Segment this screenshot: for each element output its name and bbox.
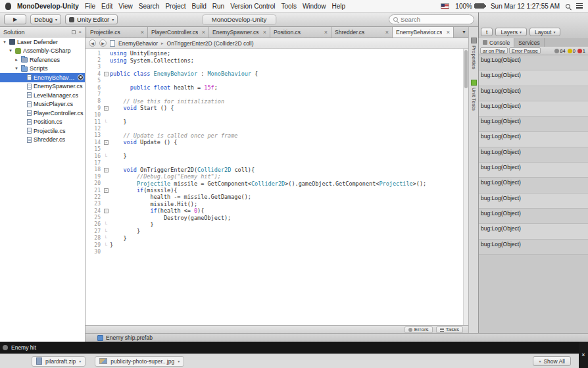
pad-close-icon[interactable]: × [78,29,82,35]
fold-toggle-icon[interactable]: - [104,140,109,145]
fold-toggle-icon[interactable]: - [104,209,109,213]
tree-item-scripts[interactable]: ▾Scripts [0,65,85,74]
show-all-button[interactable]: ▾ Show All [533,356,571,366]
download-chip-pilardraft-zip[interactable]: pilardraft.zip▾ [32,356,86,367]
console-tab-console[interactable]: Console [479,38,514,47]
editor-tab-enemyspawner-cs[interactable]: EnemySpawner.cs× [209,27,270,38]
unity-asset-bar[interactable]: Enemy ship.prefab [86,333,588,342]
console-log-entry[interactable]: bug:Log(Object) [479,163,588,178]
console-log-entry[interactable]: bug:Log(Object) [479,117,588,132]
toolbar-search-field[interactable] [389,14,474,24]
spotlight-search-icon[interactable] [566,4,570,9]
tree-item-position-cs[interactable]: Position.cs [0,118,85,127]
disclosure-icon[interactable]: ▾ [2,39,7,45]
pad-tab-unit-tests[interactable]: Unit Tests [471,80,477,111]
editor-tab-enemybehavior-cs[interactable]: EnemyBehavior.cs× [393,27,454,38]
tree-item-projectile-cs[interactable]: Projectile.cs [0,126,85,136]
console-log-entry[interactable]: bug:Log(Object) [479,209,588,224]
vertical-scrollbar[interactable] [463,49,468,325]
disclosure-icon[interactable]: ▾ [8,48,13,53]
console-log-entry[interactable]: bug:Log(Object) [479,240,588,255]
menu-item-search[interactable]: Search [139,3,160,10]
configuration-selector[interactable]: Debug ▾ [30,14,61,24]
run-target-selector[interactable]: Unity Editor ▾ [65,14,118,24]
editor-tab-position-cs[interactable]: Position.cs× [270,27,331,38]
menu-item-window[interactable]: Window [303,3,326,10]
navigate-back-icon[interactable]: ◀ [89,39,96,47]
tab-close-icon[interactable]: × [447,29,450,36]
tree-item-assembly-csharp[interactable]: ▾Assembly-CSharp [0,47,85,56]
menu-item-run[interactable]: Run [212,3,224,10]
navigate-forward-icon[interactable]: ▶ [99,39,107,47]
chevron-down-icon[interactable]: ▾ [178,359,180,363]
console-log-entry[interactable]: bug:Log(Object) [479,86,588,101]
menu-item-tools[interactable]: Tools [282,3,297,10]
fold-toggle-icon[interactable]: - [104,106,109,111]
menu-item-view[interactable]: View [118,3,133,10]
download-chip-publicity-photo-super-jpg[interactable]: publicity-photo-super...jpg▾ [95,356,184,367]
menu-clock[interactable]: Sun Mar 12 1:27:55 AM [491,3,560,10]
console-log-entry[interactable]: bug:Log(Object) [479,55,588,70]
disclosure-icon[interactable]: ▾ [14,66,19,71]
console-count-log[interactable]: 84 [554,48,565,54]
scrollbar-thumb[interactable] [464,50,468,88]
unity-button-t[interactable]: t [481,28,493,36]
menu-item-help[interactable]: Help [331,3,345,10]
tab-close-icon[interactable]: × [324,29,328,36]
menu-item-version-control[interactable]: Version Control [230,3,275,10]
console-log-entry[interactable]: bug:Log(Object) [479,147,588,163]
console-log-entry[interactable]: bug:Log(Object) [479,194,588,209]
input-language-flag-icon[interactable] [441,3,449,9]
unity-button-layers[interactable]: Layers▾ [495,28,527,36]
menu-item-edit[interactable]: Edit [101,3,112,10]
console-log-entry[interactable]: bug:Log(Object) [479,70,588,86]
tree-item-references[interactable]: ▸References [0,55,85,65]
console-log-entry[interactable]: bug:Log(Object) [479,224,588,239]
console-count-warn[interactable]: 0 [568,48,576,54]
menu-app-name[interactable]: MonoDevelop-Unity [17,3,79,10]
tree-item-enemyspawner-cs[interactable]: EnemySpawner.cs [0,82,85,92]
console-log-entry[interactable]: bug:Log(Object) [479,178,588,193]
tab-close-icon[interactable]: × [141,29,144,36]
menu-item-project[interactable]: Project [165,3,185,10]
console-log-entry[interactable]: bug:Log(Object) [479,132,588,147]
close-downloads-bar-button[interactable]: × [579,342,588,368]
menu-item-build[interactable]: Build [192,3,207,10]
tasks-button[interactable]: Tasks [436,327,463,333]
tree-item-musicplayer-cs[interactable]: MusicPlayer.cs [0,100,85,109]
tree-item-levelmanager-cs[interactable]: LevelManager.cs [0,91,85,100]
notification-center-icon[interactable] [576,3,583,9]
editor-tab-shredder-cs[interactable]: Shredder.cs× [331,27,393,38]
breadcrumb-class[interactable]: EnemyBehavior [118,40,158,47]
code-editor[interactable]: 1using UnityEngine;2using System.Collect… [86,49,468,325]
unity-button-layout[interactable]: Layout▾ [529,28,561,36]
tree-item-enemybehavior-cs[interactable]: EnemyBehavior.cs [0,73,85,82]
pad-dock-icon[interactable] [72,30,76,34]
tree-item-laser-defender[interactable]: ▾Laser Defender [0,38,85,47]
tab-overflow-icon[interactable]: ▼ [462,30,466,34]
fold-toggle-icon[interactable]: - [104,188,109,193]
tree-item-shredder-cs[interactable]: Shredder.cs [0,136,85,145]
apple-menu-icon[interactable] [5,3,11,10]
editor-tab-projectile-cs[interactable]: Projectile.cs× [87,27,148,38]
menu-item-file[interactable]: File [85,3,95,10]
editor-tab-playercontroller-cs[interactable]: PlayerController.cs× [148,27,209,38]
tab-close-icon[interactable]: × [263,29,266,36]
chevron-down-icon[interactable]: ▾ [79,359,81,363]
console-count-error[interactable]: 1 [577,48,585,54]
tab-close-icon[interactable]: × [202,29,205,36]
console-log-entry[interactable]: bug:Log(Object) [479,101,588,117]
console-button-ar-on-play[interactable]: ar on Play [480,47,508,54]
console-button-error-pause[interactable]: Error Pause [509,47,541,54]
fold-toggle-icon[interactable]: - [104,168,109,172]
console-tab-services[interactable]: Services [514,38,545,47]
tab-close-icon[interactable]: × [385,29,389,36]
errors-button[interactable]: Errors [404,327,433,333]
pad-tab-properties[interactable]: Properties [471,38,477,69]
breadcrumb-method[interactable]: OnTriggerEnter2D (Collider2D coll) [167,40,254,47]
unity-status-bar[interactable]: Enemy hit [0,342,588,354]
disclosure-icon[interactable]: ▸ [14,57,19,63]
search-input[interactable] [401,16,466,23]
tree-item-playercontroller-cs[interactable]: PlayerController.cs [0,109,85,118]
battery-indicator[interactable]: 100% [455,3,485,10]
